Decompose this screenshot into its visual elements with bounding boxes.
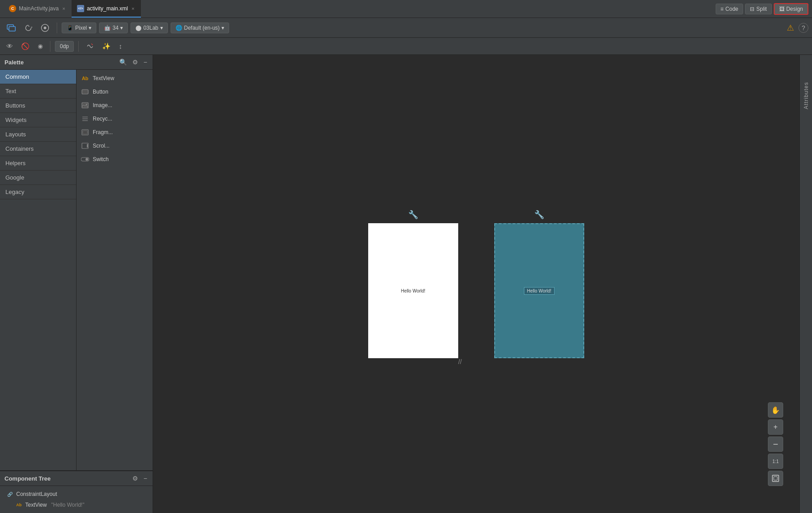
palette-settings-button[interactable]: ⚙: [131, 58, 139, 67]
tab-java-close[interactable]: ×: [61, 5, 66, 12]
palette-collapse-button[interactable]: −: [143, 58, 148, 67]
category-buttons[interactable]: Buttons: [0, 99, 76, 113]
palette-item-recyclerview[interactable]: Recyc...: [77, 112, 153, 126]
locale-chevron: ▾: [221, 25, 224, 31]
palette-title: Palette: [5, 59, 24, 66]
category-text[interactable]: Text: [0, 84, 76, 99]
button-label: Button: [93, 89, 108, 95]
tab-bar: C MainActivity.java × </> activity_main.…: [0, 0, 812, 18]
fit-screen-button[interactable]: [768, 471, 783, 486]
imageview-label: Image...: [93, 102, 112, 108]
canvas-area[interactable]: 🔧 Hello World! // 🔧 Hello World!: [153, 55, 799, 513]
svg-rect-17: [772, 475, 779, 482]
code-view-button[interactable]: ≡ Code: [716, 4, 744, 14]
java-icon: C: [9, 5, 16, 12]
locale-selector[interactable]: 🌐 Default (en-us) ▾: [171, 22, 229, 33]
tree-collapse-button[interactable]: −: [143, 474, 148, 483]
refresh-button[interactable]: [22, 22, 35, 34]
palette-item-button[interactable]: Button: [77, 85, 153, 99]
tab-main-activity[interactable]: C MainActivity.java ×: [4, 0, 72, 18]
device-selector[interactable]: 📱 Pixel ▾: [62, 22, 96, 33]
tab-xml-close[interactable]: ×: [131, 5, 135, 12]
category-common[interactable]: Common: [0, 70, 76, 84]
design-view-button[interactable]: 🖼 Design: [774, 3, 808, 15]
category-legacy[interactable]: Legacy: [0, 185, 76, 199]
canvas-right-buttons: ✋ + − 1:1: [768, 402, 783, 486]
offset-field[interactable]: 0dp: [55, 41, 74, 52]
blueprint-preview-wrapper: 🔧 Hello World!: [494, 210, 584, 358]
stack-icon: [6, 23, 16, 33]
category-containers[interactable]: Containers: [0, 142, 76, 156]
tree-textview-label: TextView: [25, 502, 47, 508]
component-tree-header: Component Tree ⚙ −: [0, 471, 153, 486]
phone-icon: 📱: [67, 25, 73, 31]
refresh-icon: [24, 24, 32, 32]
design-wrench-icon: 🔧: [408, 210, 418, 220]
theme-icon: [41, 23, 50, 32]
magic-button[interactable]: ✨: [99, 40, 113, 52]
tab-xml-label: activity_main.xml: [87, 5, 128, 12]
zoom-out-button[interactable]: −: [768, 436, 783, 452]
split-view-button[interactable]: ⊟ Split: [745, 4, 771, 14]
tree-settings-button[interactable]: ⚙: [131, 474, 139, 483]
recyclerview-icon: [81, 115, 89, 123]
panning-button[interactable]: ◉: [35, 41, 45, 51]
hand-tool-button[interactable]: ✋: [768, 402, 783, 418]
tab-activity-xml[interactable]: </> activity_main.xml ×: [72, 0, 141, 18]
separator-1: [57, 22, 57, 33]
button-icon: [81, 88, 89, 96]
orientation-button[interactable]: [4, 21, 19, 35]
resize-handle[interactable]: //: [458, 358, 467, 367]
category-helpers[interactable]: Helpers: [0, 156, 76, 171]
palette-item-switch[interactable]: Switch: [77, 153, 153, 166]
android-icon: 🤖: [104, 25, 111, 31]
theme-button[interactable]: [38, 22, 52, 34]
blueprint-canvas[interactable]: Hello World!: [494, 223, 584, 358]
lab-circle-icon: ⬤: [135, 25, 141, 31]
help-button[interactable]: ?: [798, 23, 808, 33]
category-google[interactable]: Google: [0, 171, 76, 185]
component-tree-content: 🔗 ConstraintLayout Ab TextView "Hello Wo…: [0, 486, 153, 513]
switch-label: Switch: [93, 156, 108, 162]
lab-selector[interactable]: ⬤ 03Lab ▾: [131, 22, 167, 33]
palette-item-scrollview[interactable]: Scrol...: [77, 139, 153, 153]
fit-icon: [771, 474, 780, 482]
palette-item-imageview[interactable]: Image...: [77, 99, 153, 112]
design-preview-wrapper: 🔧 Hello World! //: [368, 210, 458, 358]
design-canvas[interactable]: Hello World!: [368, 223, 458, 358]
fragment-icon: [81, 128, 89, 136]
api-selector[interactable]: 🤖 34 ▾: [99, 22, 128, 33]
component-tree-title: Component Tree: [5, 475, 51, 482]
svg-point-16: [86, 158, 88, 161]
eye-toggle-button[interactable]: 👁: [4, 40, 16, 52]
zoom-in-button[interactable]: +: [768, 419, 783, 435]
tree-textview-value: "Hello World!": [51, 502, 85, 508]
main-toolbar: 📱 Pixel ▾ 🤖 34 ▾ ⬤ 03Lab ▾ 🌐 Default (en…: [0, 18, 812, 38]
select-mode-button[interactable]: 🚫: [18, 40, 32, 52]
scrollview-icon: [81, 142, 89, 150]
scrollview-label: Scrol...: [93, 143, 109, 149]
palette-search-button[interactable]: 🔍: [118, 58, 128, 67]
design-phone-screen: Hello World! //: [368, 223, 458, 358]
imageview-icon: [81, 101, 89, 109]
left-panel: Palette 🔍 ⚙ − Common Text Buttons Widget…: [0, 55, 153, 513]
tree-textview[interactable]: Ab TextView "Hello World!": [14, 500, 148, 510]
warning-button[interactable]: ⚠: [784, 21, 797, 35]
palette-header: Palette 🔍 ⚙ −: [0, 55, 153, 70]
one-to-one-button[interactable]: 1:1: [768, 454, 783, 469]
secondary-toolbar: 👁 🚫 ◉ 0dp ✨ ↕: [0, 38, 812, 55]
clear-constraints-button[interactable]: [83, 40, 97, 52]
svg-rect-12: [83, 130, 87, 134]
palette-item-fragment[interactable]: Fragm...: [77, 126, 153, 139]
attributes-panel: Attributes: [799, 55, 812, 513]
xml-icon: </>: [77, 5, 84, 12]
link-icon: 🔗: [6, 490, 14, 498]
svg-line-4: [91, 44, 93, 45]
infer-constraints-button[interactable]: ↕: [116, 40, 125, 52]
tree-constraint-layout[interactable]: 🔗 ConstraintLayout: [5, 489, 148, 500]
recyclerview-label: Recyc...: [93, 116, 112, 122]
category-widgets[interactable]: Widgets: [0, 113, 76, 127]
palette-item-textview[interactable]: Ab TextView: [77, 72, 153, 85]
palette-content: Common Text Buttons Widgets Layouts Cont…: [0, 70, 153, 470]
category-layouts[interactable]: Layouts: [0, 127, 76, 142]
